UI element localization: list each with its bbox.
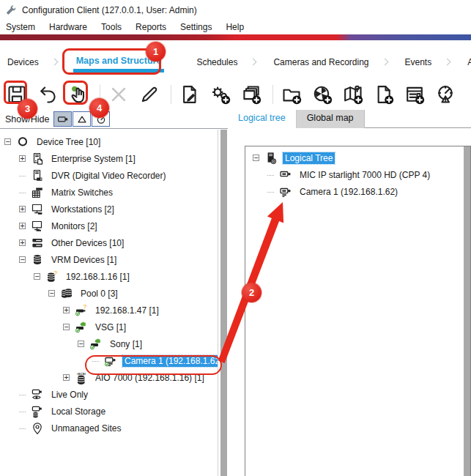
brand-gradient-bar — [0, 34, 471, 40]
menu-settings[interactable]: Settings — [180, 22, 212, 32]
tree-expander — [267, 175, 274, 176]
tree-item-label: Other Devices [10] — [49, 237, 126, 249]
tree-expander[interactable]: − — [63, 324, 70, 330]
toolbar — [0, 79, 471, 110]
tree-expander[interactable]: + — [63, 374, 70, 381]
malfunction-relay-button[interactable] — [434, 83, 456, 105]
undo-button[interactable] — [37, 83, 59, 105]
tree-item[interactable]: + Other Devices [10] — [0, 234, 218, 251]
chevron-right-icon — [444, 59, 451, 66]
device-tree-scrollbar[interactable] — [220, 130, 227, 476]
tree-expander[interactable]: − — [19, 256, 26, 263]
tree-item[interactable]: Live Only — [0, 386, 218, 403]
menu-tools[interactable]: Tools — [101, 22, 122, 32]
tree-item[interactable]: + iSCSI AIO 7000 (192.168.1.16) [1] — [0, 369, 218, 386]
tree-item[interactable]: − Sony [1] — [0, 335, 218, 352]
tree-item[interactable]: DVR (Digital Video Recorder) — [0, 167, 218, 184]
filter-relays-toggle[interactable] — [73, 111, 91, 127]
tree-item[interactable]: − Device Tree [10] — [0, 133, 218, 150]
tab-schedules[interactable]: Schedules — [196, 57, 237, 67]
tree-item-icon — [30, 203, 44, 216]
tree-item[interactable]: − VSG [1] — [0, 319, 218, 335]
tree-item[interactable]: Camera 1 (192.168.1.62) — [0, 352, 218, 369]
device-tree-panel: Show/Hide − Device Tree [10] + Enterpris… — [0, 110, 228, 476]
add-resource-button[interactable] — [404, 83, 426, 105]
add-settings-button[interactable] — [209, 83, 231, 105]
add-document-button[interactable] — [373, 83, 395, 105]
tree-item-icon: iSCSI — [74, 371, 88, 384]
wrench-icon — [5, 4, 17, 16]
tree-item-label: Matrix Switches — [49, 187, 115, 198]
tab-events[interactable]: Events — [405, 57, 432, 67]
tree-item[interactable]: − Logical Tree — [245, 149, 470, 166]
tree-item-label: MIC IP starlight 7000 HD (CPP 4) — [297, 169, 432, 181]
tree-item[interactable]: Unmanaged Sites — [0, 420, 218, 436]
logical-tree-scrollbar[interactable] — [464, 146, 470, 476]
tree-item-label: Device Tree [10] — [34, 136, 103, 148]
tree-item[interactable]: Matrix Switches — [0, 184, 218, 201]
tree-expander — [19, 176, 26, 176]
tab-global-map[interactable]: Global map — [297, 110, 365, 128]
save-button[interactable] — [6, 83, 28, 105]
tree-expander — [19, 412, 26, 412]
tab-maps-and-structure[interactable]: Maps and Structure — [76, 56, 162, 66]
menu-hardware[interactable]: Hardware — [49, 22, 87, 32]
tree-item-label: Monitors [2] — [49, 220, 100, 232]
tree-item-label: Pool 0 [3] — [78, 288, 120, 300]
tree-item-icon — [278, 168, 292, 182]
tree-item[interactable]: Camera 1 (192.168.1.62) — [245, 183, 470, 200]
delete-button[interactable] — [108, 83, 130, 105]
tree-item-icon: ? — [45, 270, 59, 283]
add-map-button[interactable] — [342, 83, 364, 105]
menu-system[interactable]: System — [6, 22, 35, 32]
tree-expander[interactable]: + — [19, 206, 26, 212]
tree-expander[interactable]: − — [4, 138, 11, 145]
show-hide-label: Show/Hide — [5, 114, 49, 124]
tree-expander[interactable]: − — [48, 290, 55, 297]
tree-item-icon — [30, 220, 44, 233]
tree-item[interactable]: − ? 192.168.1.16 [1] — [0, 268, 218, 285]
add-copies-button[interactable] — [240, 83, 262, 105]
filter-cameras-toggle[interactable] — [53, 111, 72, 127]
tree-item-icon: ? — [74, 304, 88, 317]
tree-item-icon — [30, 388, 44, 401]
tree-item[interactable]: − VRM Devices [1] — [0, 251, 218, 268]
show-hide-bar: Show/Hide — [0, 110, 228, 129]
tree-expander[interactable]: + — [19, 155, 26, 162]
menu-help[interactable]: Help — [226, 22, 244, 32]
tree-expander[interactable]: + — [63, 307, 70, 313]
tab-devices[interactable]: Devices — [7, 57, 39, 67]
tree-item-label: VRM Devices [1] — [49, 254, 119, 266]
toolbar-separator — [100, 85, 100, 104]
tab-cameras-and-recording[interactable]: Cameras and Recording — [273, 57, 368, 67]
tree-expander[interactable]: − — [34, 273, 40, 280]
svg-text:iSCSI: iSCSI — [77, 371, 85, 375]
tree-expander — [19, 428, 26, 429]
tree-item[interactable]: + ? 192.168.1.47 [1] — [0, 302, 218, 319]
tree-expander — [19, 193, 26, 193]
tree-item[interactable]: + Workstations [2] — [0, 201, 218, 217]
edit-button[interactable] — [138, 83, 160, 105]
pan-select-button[interactable] — [67, 83, 89, 105]
tree-item-icon — [30, 186, 44, 199]
logical-tree: − Logical Tree MIC IP starlight 7000 HD … — [245, 149, 470, 200]
tree-item[interactable]: Local Storage — [0, 403, 218, 420]
menu-reports[interactable]: Reports — [136, 22, 166, 32]
tree-expander[interactable]: − — [253, 155, 259, 161]
tree-expander[interactable]: + — [19, 223, 26, 229]
tree-expander[interactable]: − — [78, 341, 84, 347]
filter-schedules-toggle[interactable] — [92, 111, 110, 127]
add-sequence-button[interactable] — [311, 83, 333, 105]
window-title: Configuration Client (127.0.0.1, User: A… — [22, 5, 197, 15]
tree-item[interactable]: + Enterprise System [1] — [0, 150, 218, 167]
tree-expander[interactable]: + — [19, 239, 26, 246]
edit-resource-button[interactable] — [179, 83, 201, 105]
add-folder-button[interactable] — [281, 83, 303, 105]
tree-item[interactable]: − Pool 0 [3] — [0, 285, 218, 302]
tree-item[interactable]: + Monitors [2] — [0, 217, 218, 234]
tab-alarms[interactable]: Alarms — [467, 57, 471, 67]
tree-item-icon — [59, 287, 73, 300]
tree-item[interactable]: MIC IP starlight 7000 HD (CPP 4) — [245, 166, 470, 183]
tab-logical-tree[interactable]: Logical tree — [228, 110, 297, 128]
tree-item-label: DVR (Digital Video Recorder) — [49, 170, 168, 182]
